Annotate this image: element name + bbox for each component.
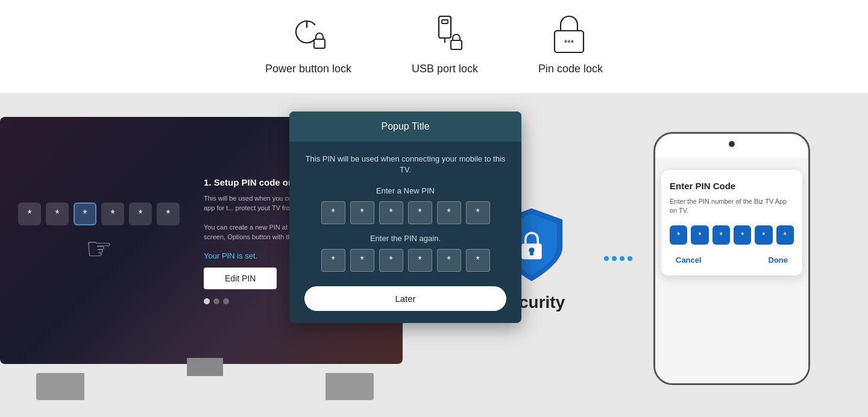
phone-screen: Enter PIN Code Enter the PIN number of t… [655, 158, 808, 383]
new-pin-box-5[interactable]: * [437, 201, 461, 224]
carousel-dot-3 [223, 298, 229, 304]
pin-code-lock-label: Pin code lock [538, 63, 603, 75]
phone-camera [729, 141, 735, 147]
popup-modal: Popup Title This PIN will be used when c… [289, 111, 521, 323]
tv-stand-bar [187, 358, 223, 376]
pin-dialog-title: Enter PIN Code [670, 181, 794, 191]
confirm-pin-box-1[interactable]: * [321, 249, 345, 272]
popup-title: Popup Title [381, 121, 429, 131]
svg-text:***: *** [564, 38, 574, 48]
later-button[interactable]: Later [304, 286, 506, 311]
svg-rect-6 [451, 40, 462, 49]
pin-dialog-desc: Enter the PIN number of the Biz TV App o… [670, 197, 794, 216]
phone-mockup: Enter PIN Code Enter the PIN number of t… [653, 132, 810, 385]
popup-body: This PIN will be used when connecting yo… [289, 142, 521, 323]
phone-pin-box-3[interactable]: * [712, 225, 730, 245]
pin-dot-5: * [129, 202, 152, 225]
tv-stand-left [36, 373, 84, 400]
usb-port-lock-feature: USB port lock [412, 12, 478, 75]
power-button-lock-feature: Power button lock [265, 12, 351, 75]
popup-description: This PIN will be used when connecting yo… [304, 154, 506, 175]
svg-rect-11 [530, 251, 533, 256]
popup-header: Popup Title [289, 111, 521, 142]
svg-rect-2 [314, 39, 325, 48]
usb-port-lock-label: USB port lock [412, 63, 478, 75]
right-connector-dots [595, 256, 641, 261]
new-pin-box-6[interactable]: * [466, 201, 490, 224]
pin-dot-6: * [157, 202, 180, 225]
confirm-pin-box-5[interactable]: * [437, 249, 461, 272]
enter-new-pin-label: Enter a New PIN [304, 186, 506, 195]
new-pin-input-row: * * * * * * [304, 201, 506, 224]
new-pin-box-4[interactable]: * [408, 201, 432, 224]
power-button-lock-label: Power button lock [265, 63, 351, 75]
pin-dot-1: * [18, 202, 41, 225]
phone-pin-box-5[interactable]: * [755, 225, 772, 245]
pin-blue-row: * * * * * * [670, 225, 794, 245]
new-pin-box-3[interactable]: * [379, 201, 403, 224]
phone-pin-box-2[interactable]: * [691, 225, 708, 245]
pin-code-lock-feature: *** Pin code lock [538, 12, 603, 75]
new-pin-box-2[interactable]: * [350, 201, 374, 224]
enter-pin-again-label: Enter the PIN again. [304, 234, 506, 243]
power-lock-icon [287, 12, 329, 54]
pin-dot-4: * [101, 202, 124, 225]
conn-dot-8 [627, 256, 632, 261]
new-pin-box-1[interactable]: * [321, 201, 345, 224]
pin-dialog-actions: Cancel Done [670, 256, 794, 265]
cancel-button[interactable]: Cancel [676, 256, 702, 265]
confirm-pin-box-2[interactable]: * [350, 249, 374, 272]
bottom-section: * * * * * * ☞ 1. Setup PIN code on TV Th… [0, 93, 868, 417]
pin-dot-3: * [74, 202, 96, 225]
phone-pin-box-4[interactable]: * [734, 225, 751, 245]
pin-dots-display: * * * * * * [18, 202, 180, 225]
top-section: Power button lock USB port lock [0, 0, 868, 93]
pin-dot-2: * [46, 202, 69, 225]
tv-stand-right [326, 373, 374, 400]
pin-lock-icon: *** [550, 12, 592, 54]
phone-pin-box-1[interactable]: * [670, 225, 687, 245]
usb-lock-icon [424, 12, 466, 54]
conn-dot-5 [604, 256, 609, 261]
edit-pin-button[interactable]: Edit PIN [204, 268, 277, 289]
confirm-pin-box-6[interactable]: * [466, 249, 490, 272]
svg-rect-4 [442, 20, 448, 24]
confirm-pin-box-3[interactable]: * [379, 249, 403, 272]
pin-dialog: Enter PIN Code Enter the PIN number of t… [661, 170, 802, 275]
done-button[interactable]: Done [769, 256, 788, 265]
carousel-dot-1 [204, 298, 210, 304]
conn-dot-7 [620, 256, 624, 261]
phone-pin-box-6[interactable]: * [776, 225, 794, 245]
conn-dot-6 [612, 256, 617, 261]
carousel-dot-2 [213, 298, 219, 304]
confirm-pin-input-row: * * * * * * [304, 249, 506, 272]
hand-pointer-icon: ☞ [86, 231, 113, 266]
confirm-pin-box-4[interactable]: * [408, 249, 432, 272]
